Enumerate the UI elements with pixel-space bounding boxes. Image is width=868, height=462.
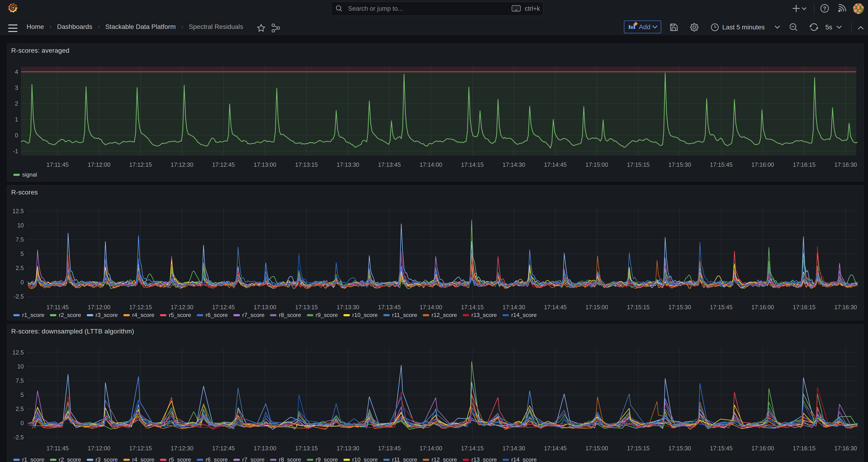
svg-text:2.5: 2.5 — [16, 406, 24, 412]
svg-text:7.5: 7.5 — [16, 377, 24, 384]
svg-text:0: 0 — [21, 420, 24, 426]
svg-text:17:14:30: 17:14:30 — [502, 304, 525, 310]
svg-text:17:16:30: 17:16:30 — [834, 161, 857, 168]
svg-text:17:15:30: 17:15:30 — [669, 304, 691, 310]
svg-text:17:13:30: 17:13:30 — [337, 161, 359, 168]
svg-text:17:12:45: 17:12:45 — [212, 161, 235, 168]
svg-text:0: 0 — [21, 279, 24, 285]
svg-text:17:15:45: 17:15:45 — [710, 304, 733, 310]
svg-text:17:14:30: 17:14:30 — [502, 445, 525, 452]
svg-text:17:14:45: 17:14:45 — [544, 445, 566, 452]
svg-text:17:16:30: 17:16:30 — [834, 445, 857, 452]
svg-text:2: 2 — [15, 100, 18, 107]
svg-text:-2.5: -2.5 — [14, 293, 24, 300]
svg-text:17:13:15: 17:13:15 — [295, 304, 318, 310]
svg-text:17:13:15: 17:13:15 — [295, 161, 318, 168]
svg-text:17:15:15: 17:15:15 — [627, 445, 650, 452]
svg-text:17:14:15: 17:14:15 — [461, 161, 484, 168]
svg-text:17:14:00: 17:14:00 — [420, 445, 442, 452]
svg-text:17:14:45: 17:14:45 — [544, 161, 566, 168]
svg-text:4: 4 — [15, 68, 18, 75]
svg-text:17:12:00: 17:12:00 — [88, 304, 110, 310]
svg-text:17:11:45: 17:11:45 — [46, 304, 68, 310]
svg-text:17:14:15: 17:14:15 — [461, 445, 484, 452]
svg-text:17:14:45: 17:14:45 — [544, 304, 566, 310]
svg-text:17:13:00: 17:13:00 — [254, 445, 276, 452]
svg-text:10: 10 — [17, 222, 24, 228]
svg-text:17:16:00: 17:16:00 — [751, 161, 774, 168]
svg-text:17:15:00: 17:15:00 — [585, 161, 608, 168]
svg-text:17:13:00: 17:13:00 — [254, 161, 276, 168]
svg-text:17:12:00: 17:12:00 — [88, 161, 110, 168]
svg-text:17:12:00: 17:12:00 — [88, 445, 110, 452]
svg-text:17:15:30: 17:15:30 — [669, 161, 691, 168]
svg-text:17:15:30: 17:15:30 — [669, 445, 691, 452]
svg-text:-2.5: -2.5 — [14, 434, 24, 440]
svg-text:17:12:45: 17:12:45 — [212, 445, 235, 452]
svg-text:17:16:30: 17:16:30 — [834, 304, 857, 310]
svg-text:17:14:00: 17:14:00 — [420, 304, 442, 310]
svg-text:0: 0 — [15, 132, 18, 138]
svg-text:17:11:45: 17:11:45 — [46, 161, 68, 168]
svg-text:17:12:30: 17:12:30 — [170, 304, 193, 310]
svg-text:3: 3 — [15, 85, 18, 91]
svg-text:17:16:15: 17:16:15 — [793, 304, 815, 310]
svg-text:17:11:45: 17:11:45 — [46, 445, 68, 452]
svg-text:17:15:45: 17:15:45 — [710, 161, 733, 168]
svg-text:17:13:45: 17:13:45 — [378, 445, 401, 452]
svg-text:17:13:45: 17:13:45 — [378, 161, 401, 168]
svg-text:17:15:00: 17:15:00 — [585, 304, 608, 310]
svg-text:1: 1 — [15, 116, 18, 123]
svg-text:17:16:00: 17:16:00 — [751, 304, 774, 310]
svg-text:17:15:15: 17:15:15 — [627, 161, 650, 168]
svg-text:17:14:15: 17:14:15 — [461, 304, 484, 310]
svg-text:2.5: 2.5 — [16, 265, 24, 271]
svg-text:17:12:15: 17:12:15 — [129, 445, 152, 452]
svg-text:7.5: 7.5 — [16, 236, 24, 243]
svg-text:17:15:00: 17:15:00 — [585, 445, 608, 452]
svg-text:17:14:00: 17:14:00 — [420, 161, 442, 168]
svg-text:17:13:30: 17:13:30 — [337, 445, 359, 452]
svg-text:17:13:15: 17:13:15 — [295, 445, 318, 452]
svg-text:17:13:30: 17:13:30 — [337, 304, 359, 310]
svg-text:12.5: 12.5 — [12, 208, 24, 214]
svg-text:12.5: 12.5 — [12, 349, 24, 356]
svg-text:5: 5 — [21, 250, 24, 257]
svg-text:17:15:15: 17:15:15 — [627, 304, 650, 310]
svg-text:17:12:45: 17:12:45 — [212, 304, 235, 310]
svg-text:17:13:45: 17:13:45 — [378, 304, 401, 310]
svg-text:17:13:00: 17:13:00 — [254, 304, 276, 310]
svg-text:17:12:15: 17:12:15 — [129, 161, 152, 168]
svg-text:5: 5 — [21, 392, 24, 398]
svg-text:-1: -1 — [13, 148, 18, 154]
svg-text:17:12:30: 17:12:30 — [170, 161, 193, 168]
svg-text:17:12:30: 17:12:30 — [170, 445, 193, 452]
svg-text:17:12:15: 17:12:15 — [129, 304, 152, 310]
svg-text:10: 10 — [17, 363, 24, 370]
svg-text:17:16:15: 17:16:15 — [793, 445, 815, 452]
svg-text:17:16:15: 17:16:15 — [793, 161, 815, 168]
svg-text:17:16:00: 17:16:00 — [751, 445, 774, 452]
svg-text:17:14:30: 17:14:30 — [502, 161, 525, 168]
svg-text:17:15:45: 17:15:45 — [710, 445, 733, 452]
